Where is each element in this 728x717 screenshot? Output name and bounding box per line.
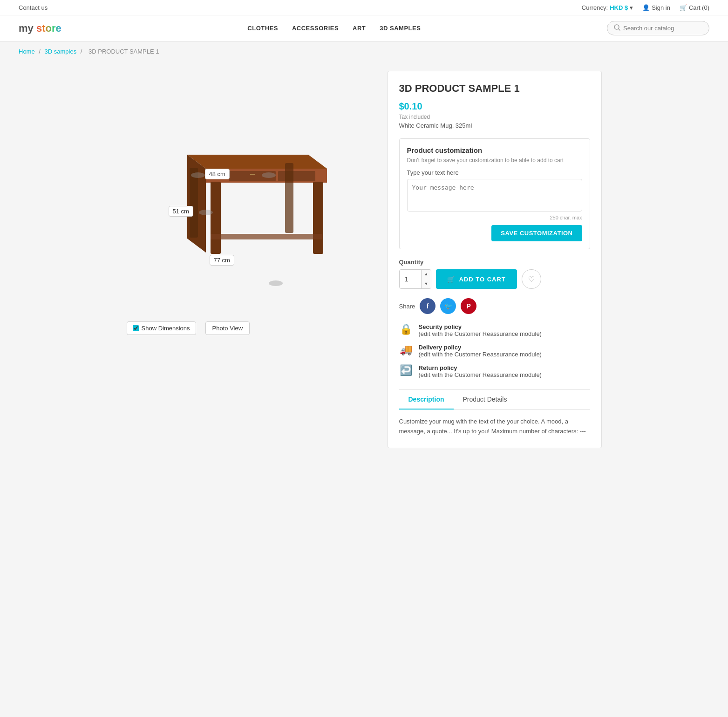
share-twitter-button[interactable]: 🐦 (440, 298, 456, 314)
nav-clothes[interactable]: CLOTHES (247, 25, 278, 32)
wishlist-button[interactable]: ♡ (522, 269, 541, 289)
product-details-panel: 3D PRODUCT SAMPLE 1 $0.10 Tax included W… (388, 71, 602, 448)
quantity-arrows: ▲ ▼ (421, 269, 431, 289)
dim-ellipse-top-right (262, 172, 276, 178)
security-policy-item: 🔒 Security policy (edit with the Custome… (399, 323, 590, 337)
breadcrumb-sep-1: / (39, 48, 42, 55)
return-policy-title: Return policy (419, 364, 542, 371)
svg-rect-9 (313, 182, 323, 254)
facebook-icon: f (427, 302, 429, 310)
security-policy-desc: (edit with the Customer Reassurance modu… (419, 330, 542, 337)
quantity-up-button[interactable]: ▲ (422, 269, 431, 279)
customization-textarea[interactable] (407, 179, 582, 212)
quantity-input[interactable] (400, 269, 421, 289)
logo-store: store (36, 22, 61, 34)
heart-icon: ♡ (528, 275, 535, 284)
product-title: 3D PRODUCT SAMPLE 1 (399, 82, 590, 95)
return-policy-text: Return policy (edit with the Customer Re… (419, 364, 542, 378)
tax-included-label: Tax included (399, 114, 590, 120)
currency-selector[interactable]: Currency: HKD $ ▾ (582, 4, 633, 11)
show-dimensions-label[interactable]: Show Dimensions (142, 325, 190, 332)
product-3d-image (159, 108, 336, 276)
currency-value: HKD $ (610, 4, 628, 11)
svg-line-1 (619, 29, 620, 30)
twitter-icon: 🐦 (444, 302, 452, 310)
share-facebook-button[interactable]: f (420, 298, 435, 314)
return-policy-item: ↩️ Return policy (edit with the Customer… (399, 364, 590, 378)
top-bar: Contact us Currency: HKD $ ▾ 👤 Sign in 🛒… (0, 0, 728, 15)
main-nav: CLOTHES ACCESSORIES ART 3D SAMPLES (247, 25, 421, 32)
breadcrumb-home[interactable]: Home (19, 48, 35, 55)
svg-marker-2 (187, 155, 327, 169)
cart-link[interactable]: 🛒 Cart (0) (680, 4, 709, 11)
add-to-cart-label: ADD TO CART (459, 276, 505, 283)
svg-rect-7 (278, 171, 315, 181)
tab-product-details[interactable]: Product Details (454, 390, 517, 410)
svg-rect-10 (190, 168, 198, 238)
dimension-48: 48 cm (205, 169, 230, 179)
breadcrumb-current: 3D PRODUCT SAMPLE 1 (88, 48, 159, 55)
person-icon: 👤 (642, 4, 650, 11)
nav-art[interactable]: ART (353, 25, 366, 32)
image-container: 48 cm 51 cm 77 cm (127, 71, 369, 313)
quantity-label: Quantity (399, 259, 590, 266)
nav-accessories[interactable]: ACCESSORIES (292, 25, 339, 32)
sign-in-link[interactable]: 👤 Sign in (642, 4, 670, 11)
security-policy-icon: 🔒 (399, 323, 413, 335)
breadcrumb-sep-2: / (81, 48, 84, 55)
search-icon (614, 24, 620, 32)
breadcrumb: Home / 3D samples / 3D PRODUCT SAMPLE 1 (0, 41, 728, 61)
share-pinterest-button[interactable]: P (461, 298, 476, 314)
svg-rect-8 (211, 182, 221, 254)
quantity-input-wrap: ▲ ▼ (399, 269, 432, 289)
quantity-down-button[interactable]: ▼ (422, 279, 431, 289)
currency-dropdown-icon[interactable]: ▾ (630, 4, 633, 11)
delivery-policy-title: Delivery policy (419, 344, 542, 351)
policy-section: 🔒 Security policy (edit with the Custome… (399, 323, 590, 378)
return-policy-icon: ↩️ (399, 364, 413, 376)
logo[interactable]: my store (19, 22, 61, 34)
add-to-cart-button[interactable]: 🛒 ADD TO CART (436, 269, 517, 289)
share-label: Share (399, 303, 415, 310)
customization-note: Don't forget to save your customization … (407, 157, 582, 164)
save-customization-button[interactable]: SAVE CUSTOMIZATION (491, 225, 582, 241)
breadcrumb-samples[interactable]: 3D samples (45, 48, 77, 55)
product-price: $0.10 (399, 101, 590, 112)
delivery-policy-desc: (edit with the Customer Reassurance modu… (419, 351, 542, 358)
photo-view-button[interactable]: Photo View (205, 321, 250, 335)
main-content: 48 cm 51 cm 77 cm (108, 61, 620, 467)
security-policy-title: Security policy (419, 323, 542, 330)
cart-icon: 🛒 (680, 4, 687, 11)
product-image-area: 48 cm 51 cm 77 cm (127, 71, 369, 339)
product-short-description: White Ceramic Mug. 325ml (399, 122, 590, 129)
security-policy-text: Security policy (edit with the Customer … (419, 323, 542, 337)
svg-rect-12 (211, 234, 322, 239)
cart-add-icon: 🛒 (447, 276, 455, 283)
share-section: Share f 🐦 P (399, 298, 590, 314)
dimension-51: 51 cm (169, 206, 193, 217)
dimension-77: 77 cm (210, 255, 234, 266)
tab-description-content: Customize your mug with the text of the … (399, 417, 590, 437)
image-controls: Show Dimensions Photo View (127, 318, 369, 339)
search-input[interactable] (623, 25, 702, 32)
return-policy-desc: (edit with the Customer Reassurance modu… (419, 371, 542, 378)
nav-3d-samples[interactable]: 3D SAMPLES (380, 25, 421, 32)
tab-description[interactable]: Description (399, 390, 454, 410)
dim-ellipse-left (199, 210, 213, 215)
dim-ellipse-bottom (269, 280, 283, 286)
top-bar-right: Currency: HKD $ ▾ 👤 Sign in 🛒 Cart (0) (582, 4, 709, 11)
svg-rect-11 (285, 163, 293, 233)
customization-field-label: Type your text here (407, 169, 582, 176)
delivery-policy-icon: 🚚 (399, 344, 413, 356)
show-dimensions-checkbox[interactable] (133, 325, 139, 331)
header: my store CLOTHES ACCESSORIES ART 3D SAMP… (0, 15, 728, 41)
customization-title: Product customization (407, 146, 582, 154)
quantity-cart-row: ▲ ▼ 🛒 ADD TO CART ♡ (399, 269, 590, 289)
currency-label: Currency: (582, 4, 608, 11)
pinterest-icon: P (467, 302, 471, 310)
contact-us-link[interactable]: Contact us (19, 4, 48, 11)
search-box[interactable] (607, 21, 709, 35)
dim-ellipse-top-left (191, 172, 205, 178)
show-dimensions-control[interactable]: Show Dimensions (127, 321, 196, 335)
tabs-section: Description Product Details Customize yo… (399, 389, 590, 437)
